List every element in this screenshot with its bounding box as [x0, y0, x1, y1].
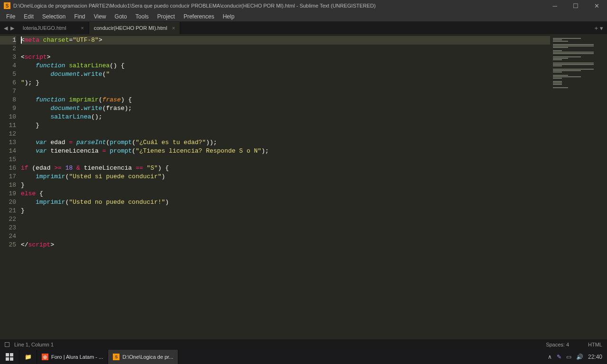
back-icon[interactable]: ◀ [4, 25, 8, 31]
indent-setting[interactable]: Spaces: 4 [546, 342, 569, 347]
editor-area: 1 2 3 4 5 6 7 8 9 10 11 12 13 14 15 16 1… [0, 34, 607, 339]
tab-nav-arrows[interactable]: ◀ ▶ [0, 22, 18, 34]
line-gutter[interactable]: 1 2 3 4 5 6 7 8 9 10 11 12 13 14 15 16 1… [0, 34, 21, 339]
tray-clock[interactable]: 22:40 [588, 354, 602, 360]
minimize-button[interactable]: ─ [544, 0, 565, 11]
status-icon[interactable] [5, 342, 9, 347]
forward-icon[interactable]: ▶ [10, 25, 14, 31]
syntax-setting[interactable]: HTML [588, 342, 602, 347]
tab-loteria[interactable]: loteriaJUEGO.html × [18, 22, 89, 34]
tab-conducir[interactable]: conducir(HECHO POR MI).html × [89, 22, 180, 34]
title-bar: S D:\One\Logica de programacion PARTE2\M… [0, 0, 607, 11]
menu-edit[interactable]: Edit [19, 11, 38, 22]
tab-bar: ◀ ▶ loteriaJUEGO.html × conducir(HECHO P… [0, 22, 607, 34]
status-bar: Line 1, Column 1 Spaces: 4 HTML [0, 339, 607, 350]
taskbar-sublime[interactable]: S D:\One\Logica de pr... [108, 350, 178, 364]
menu-find[interactable]: Find [70, 11, 89, 22]
svg-rect-1 [10, 353, 13, 356]
svg-rect-3 [10, 357, 13, 361]
start-button[interactable] [0, 350, 19, 364]
menu-preferences[interactable]: Preferences [179, 11, 219, 22]
taskbar-explorer[interactable]: 📁 [19, 350, 37, 364]
minimap[interactable] [550, 34, 607, 339]
window-title: D:\One\Logica de programacion PARTE2\Mod… [13, 3, 376, 9]
tab-label: loteriaJUEGO.html [23, 25, 66, 31]
close-tab-icon[interactable]: × [172, 25, 175, 31]
start-icon [6, 353, 13, 361]
menu-view[interactable]: View [90, 11, 110, 22]
system-tray: ∧ ✎ ▭ 🔊 22:40 [543, 350, 607, 364]
menu-goto[interactable]: Goto [110, 11, 131, 22]
svg-rect-2 [6, 357, 9, 361]
sublime-icon: S [113, 354, 120, 360]
folder-icon: 📁 [24, 353, 32, 361]
brave-icon: ◎ [42, 354, 48, 360]
new-tab-icon[interactable]: + [594, 25, 598, 32]
menu-project[interactable]: Project [153, 11, 179, 22]
close-window-button[interactable]: ✕ [586, 0, 607, 11]
svg-rect-0 [6, 353, 9, 356]
code-area[interactable]: <meta charset="UTF-8"> <script> function… [21, 34, 550, 339]
tray-feather-icon[interactable]: ✎ [557, 354, 561, 360]
menu-file[interactable]: File [2, 11, 19, 22]
menu-tools[interactable]: Tools [131, 11, 153, 22]
cursor-position: Line 1, Column 1 [14, 342, 54, 347]
maximize-button[interactable]: ☐ [565, 0, 586, 11]
tray-chevron-icon[interactable]: ∧ [548, 354, 552, 360]
tab-dropdown-icon[interactable]: ▾ [600, 25, 603, 32]
menu-selection[interactable]: Selection [38, 11, 70, 22]
tray-battery-icon[interactable]: ▭ [566, 354, 571, 360]
app-icon: S [4, 2, 10, 9]
menu-help[interactable]: Help [219, 11, 239, 22]
tab-label: conducir(HECHO POR MI).html [94, 25, 167, 31]
menu-bar: File Edit Selection Find View Goto Tools… [0, 11, 607, 22]
close-tab-icon[interactable]: × [81, 25, 84, 31]
tray-volume-icon[interactable]: 🔊 [576, 354, 583, 360]
taskbar-alura[interactable]: ◎ Foro | Alura Latam - ... [37, 350, 108, 364]
taskbar: 📁 ◎ Foro | Alura Latam - ... S D:\One\Lo… [0, 350, 607, 364]
